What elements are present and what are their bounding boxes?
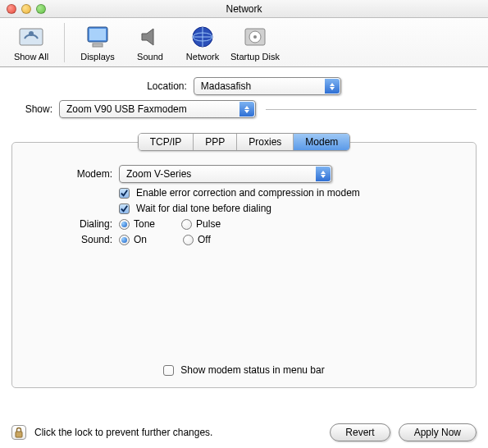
window-title: Network — [0, 3, 488, 15]
tab-bar: TCP/IP PPP Proxies Modem — [138, 133, 351, 151]
select-arrows-icon — [316, 167, 331, 181]
location-value: Madasafish — [201, 80, 251, 92]
sound-off-label: Off — [198, 234, 211, 245]
displays-label: Displays — [80, 52, 115, 62]
dialing-pulse-radio[interactable] — [181, 219, 192, 230]
network-button[interactable]: Network — [176, 24, 229, 62]
close-button[interactable] — [7, 4, 16, 14]
modem-value: Zoom V-Series — [126, 168, 191, 180]
minimize-button[interactable] — [21, 4, 31, 14]
show-select[interactable]: Zoom V90 USB Faxmodem — [59, 100, 256, 118]
svg-rect-10 — [16, 432, 22, 437]
menubar-checkbox[interactable] — [163, 365, 174, 376]
show-all-icon — [18, 24, 44, 50]
sound-on-radio[interactable] — [119, 235, 130, 245]
show-value: Zoom V90 USB Faxmodem — [66, 103, 187, 115]
apply-button[interactable]: Apply Now — [399, 423, 477, 441]
wait-dialtone-checkbox[interactable] — [119, 203, 130, 214]
modem-pane: Modem: Zoom V-Series Enable error correc… — [11, 142, 477, 388]
network-icon — [189, 24, 216, 50]
svg-point-1 — [29, 31, 34, 36]
displays-icon — [84, 24, 111, 50]
menubar-label: Show modem status in menu bar — [180, 364, 324, 376]
toolbar: Show All Displays Sound Network Startup … — [0, 18, 488, 67]
tab-proxies[interactable]: Proxies — [237, 134, 294, 150]
dialing-pulse-label: Pulse — [196, 218, 221, 230]
sound-button[interactable]: Sound — [124, 24, 176, 62]
show-label: Show: — [11, 103, 52, 115]
error-correction-label: Enable error correction and compression … — [136, 187, 360, 199]
svg-rect-3 — [89, 29, 106, 40]
startup-disk-icon — [242, 24, 268, 50]
revert-button[interactable]: Revert — [330, 423, 390, 441]
divider-line — [266, 109, 477, 110]
svg-point-9 — [253, 35, 257, 39]
titlebar: Network — [0, 0, 488, 18]
wait-dialtone-label: Wait for dial tone before dialing — [136, 203, 271, 214]
toolbar-divider — [64, 23, 65, 62]
select-arrows-icon — [325, 79, 340, 94]
network-label: Network — [186, 52, 219, 62]
footer: Click the lock to prevent further change… — [11, 423, 477, 441]
tab-modem[interactable]: Modem — [294, 134, 349, 150]
tab-ppp[interactable]: PPP — [194, 134, 237, 150]
show-all-button[interactable]: Show All — [5, 24, 57, 62]
modem-label: Modem: — [25, 168, 112, 180]
displays-button[interactable]: Displays — [71, 24, 124, 62]
startup-disk-label: Startup Disk — [230, 52, 280, 62]
sound-on-label: On — [134, 234, 147, 245]
location-label: Location: — [147, 80, 187, 92]
dialing-tone-label: Tone — [134, 218, 155, 230]
select-arrows-icon — [239, 102, 254, 117]
dialing-tone-radio[interactable] — [119, 219, 130, 230]
modem-select[interactable]: Zoom V-Series — [119, 165, 332, 183]
sound-off-radio[interactable] — [183, 235, 194, 245]
tab-tcpip[interactable]: TCP/IP — [139, 134, 194, 150]
zoom-button[interactable] — [36, 4, 46, 14]
sound-label: Sound: — [25, 234, 112, 245]
svg-rect-4 — [93, 43, 103, 47]
startup-disk-button[interactable]: Startup Disk — [229, 24, 281, 62]
show-all-label: Show All — [14, 52, 48, 62]
lock-text: Click the lock to prevent further change… — [34, 427, 212, 438]
location-select[interactable]: Madasafish — [194, 77, 341, 95]
sound-icon — [137, 24, 163, 50]
lock-button[interactable] — [11, 425, 26, 440]
dialing-label: Dialing: — [25, 218, 112, 230]
error-correction-checkbox[interactable] — [119, 188, 130, 199]
sound-label: Sound — [137, 52, 163, 62]
